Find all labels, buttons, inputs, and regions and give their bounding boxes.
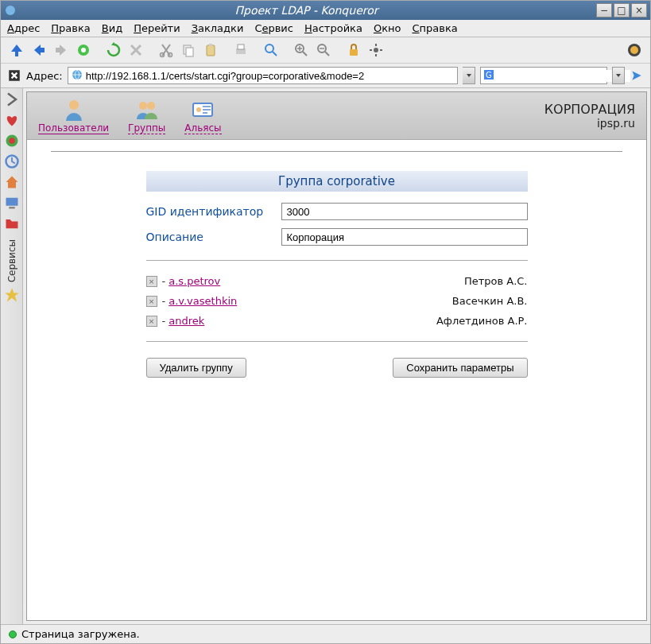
menu-settings[interactable]: Настройка <box>304 22 362 34</box>
searchbox[interactable]: G <box>480 67 607 84</box>
gear-icon[interactable] <box>366 41 386 60</box>
sidebar-services-label[interactable]: Сервисы <box>6 239 17 282</box>
sidebar-arrow-icon[interactable] <box>4 91 20 107</box>
menu-help[interactable]: Справка <box>412 22 457 34</box>
svg-point-15 <box>374 48 378 52</box>
sidebar-heart-icon[interactable] <box>4 112 20 128</box>
clear-address-icon[interactable] <box>7 68 21 83</box>
menu-address[interactable]: Адрес <box>7 22 40 34</box>
page-nav-header: Пользователи Группы Альясы КОРПОРАЦИЯ ip… <box>27 92 646 140</box>
reload-icon[interactable] <box>104 41 123 60</box>
konqueror-throbber-icon <box>625 41 644 60</box>
members-bottom-divider <box>146 341 528 342</box>
minimize-button[interactable]: − <box>596 3 612 17</box>
sidebar-home-icon[interactable] <box>4 174 20 190</box>
member-fullname: Петров А.С. <box>464 275 528 287</box>
members-top-divider <box>146 260 528 261</box>
svg-point-17 <box>630 46 638 54</box>
nav-aliases-label: Альясы <box>184 122 221 134</box>
svg-rect-8 <box>209 44 212 46</box>
remove-member-icon[interactable]: × <box>146 316 157 327</box>
stop-icon[interactable] <box>126 41 145 60</box>
copy-icon[interactable] <box>179 41 198 60</box>
address-input-wrap[interactable] <box>68 67 458 84</box>
svg-rect-14 <box>350 49 358 56</box>
back-icon[interactable] <box>29 41 48 60</box>
address-input[interactable] <box>86 70 454 82</box>
zoom-out-icon[interactable] <box>314 41 333 60</box>
searchbox-dropdown[interactable] <box>612 67 625 84</box>
menu-bookmarks[interactable]: Закладки <box>192 22 244 34</box>
member-login-link[interactable]: a.v.vasethkin <box>169 295 237 307</box>
find-icon[interactable] <box>262 41 281 60</box>
sidebar-history-icon[interactable] <box>4 153 20 169</box>
member-dash: - <box>162 315 166 327</box>
nav-users[interactable]: Пользователи <box>38 97 109 134</box>
sidebar-folder-icon[interactable] <box>4 215 20 231</box>
member-login-link[interactable]: a.s.petrov <box>169 275 220 287</box>
member-fullname: Васечкин А.В. <box>452 295 528 307</box>
close-button[interactable]: × <box>631 3 647 17</box>
corp-title: КОРПОРАЦИЯ <box>544 102 635 117</box>
group-title: Группа corporative <box>146 171 528 192</box>
search-input[interactable] <box>497 70 630 82</box>
member-fullname: Афлетдинов А.Р. <box>436 315 528 327</box>
lock-icon[interactable] <box>344 41 363 60</box>
paste-icon[interactable] <box>201 41 220 60</box>
gid-input[interactable] <box>281 203 528 220</box>
member-login-link[interactable]: andrek <box>169 315 204 327</box>
svg-point-11 <box>265 45 273 52</box>
go-icon[interactable] <box>630 68 644 83</box>
sidebar-panel: Сервисы <box>1 88 23 624</box>
print-icon[interactable] <box>231 41 250 60</box>
sidebar-star-icon[interactable] <box>4 287 20 303</box>
svg-rect-25 <box>6 198 17 206</box>
up-icon[interactable] <box>7 41 26 60</box>
remove-member-icon[interactable]: × <box>146 296 157 307</box>
sidebar-globe-icon[interactable] <box>4 133 20 149</box>
menu-window[interactable]: Окно <box>374 22 401 34</box>
header-divider <box>51 151 622 152</box>
svg-point-0 <box>6 6 15 15</box>
svg-rect-26 <box>9 207 15 209</box>
description-input[interactable] <box>281 228 528 246</box>
description-label: Описание <box>146 231 281 243</box>
svg-rect-7 <box>207 45 215 56</box>
svg-rect-6 <box>186 48 193 56</box>
menu-view[interactable]: Вид <box>102 22 122 34</box>
nav-groups[interactable]: Группы <box>128 97 165 134</box>
status-dot-icon <box>9 630 17 638</box>
home-icon[interactable] <box>74 41 93 60</box>
forward-icon[interactable] <box>52 41 71 60</box>
sidebar-computer-icon[interactable] <box>4 195 20 211</box>
member-dash: - <box>162 275 166 287</box>
svg-text:G: G <box>486 71 492 80</box>
main-toolbar <box>1 37 650 64</box>
corp-subtitle: ipsp.ru <box>544 117 635 130</box>
svg-point-29 <box>147 102 155 110</box>
menu-service[interactable]: Сервис <box>254 22 293 34</box>
member-row: ×-a.s.petrovПетров А.С. <box>146 275 528 287</box>
maximize-button[interactable]: □ <box>614 3 630 17</box>
nav-aliases[interactable]: Альясы <box>184 97 221 134</box>
delete-group-button[interactable]: Удалить группу <box>146 358 246 378</box>
svg-point-23 <box>9 138 15 144</box>
users-icon <box>61 97 87 122</box>
cut-icon[interactable] <box>157 41 176 60</box>
window-titlebar: Проект LDAP - Konqueror − □ × <box>1 1 650 20</box>
member-row: ×-andrekАфлетдинов А.Р. <box>146 315 528 327</box>
menu-go[interactable]: Перейти <box>134 22 180 34</box>
corp-info: КОРПОРАЦИЯ ipsp.ru <box>544 102 635 130</box>
save-params-button[interactable]: Сохранить параметры <box>393 358 527 378</box>
remove-member-icon[interactable]: × <box>146 276 157 287</box>
address-bar: Адрес: G <box>1 64 650 88</box>
zoom-in-icon[interactable] <box>292 41 311 60</box>
address-dropdown[interactable] <box>463 67 475 84</box>
status-text: Страница загружена. <box>21 628 140 640</box>
status-bar: Страница загружена. <box>1 624 650 643</box>
svg-point-31 <box>196 107 201 112</box>
search-engine-icon: G <box>484 70 494 82</box>
menu-edit[interactable]: Правка <box>51 22 90 34</box>
svg-point-27 <box>69 100 79 110</box>
page-viewport: Пользователи Группы Альясы КОРПОРАЦИЯ ip… <box>26 91 647 621</box>
